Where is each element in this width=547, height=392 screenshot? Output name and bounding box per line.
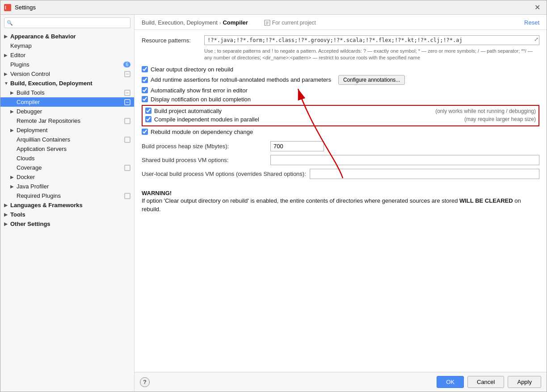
sidebar-item-build-tools[interactable]: ▶ Build Tools [0, 88, 134, 97]
expand-arrow: ▶ [4, 212, 10, 217]
apply-button[interactable]: Apply [508, 376, 541, 388]
vcs-icon [124, 71, 130, 77]
auto-show-error-label: Automatically show first error in editor [151, 87, 248, 94]
project-icon [264, 20, 270, 26]
sidebar-item-appearance[interactable]: ▶ Appearance & Behavior [0, 32, 134, 41]
resource-patterns-row: Resource patterns: ⤢ [142, 35, 539, 45]
sidebar-item-label: Deployment [17, 127, 47, 133]
auto-show-error-row: Automatically show first error in editor [142, 87, 539, 94]
resource-input-wrap: ⤢ [204, 35, 539, 45]
compile-parallel-label: Compile independent modules in parallel [154, 116, 259, 123]
highlighted-options-box: Build project automatically (only works … [142, 105, 539, 126]
main-content: Resource patterns: ⤢ Use ; to separate p… [135, 30, 547, 372]
sidebar-item-label: Debugger [17, 108, 42, 115]
sidebar-item-label: Languages & Frameworks [10, 202, 83, 209]
expand-arrow: ▼ [4, 81, 10, 86]
expand-arrow: ▶ [10, 184, 17, 189]
reset-button[interactable]: Reset [524, 19, 539, 26]
resource-patterns-input[interactable] [204, 35, 539, 45]
sidebar-item-editor[interactable]: ▶ Editor [0, 50, 134, 60]
build-tools-icon [124, 90, 130, 96]
settings-window: I Settings ✕ 🔍 ▶ Appearance & Behavior [0, 0, 547, 392]
display-notification-checkbox[interactable] [142, 96, 148, 102]
add-runtime-checkbox[interactable] [142, 77, 148, 83]
sidebar: 🔍 ▶ Appearance & Behavior Keymap ▶ Edito [0, 15, 135, 392]
expand-arrow: ▶ [10, 175, 17, 179]
help-button[interactable]: ? [140, 377, 150, 387]
build-auto-checkbox-row: Build project automatically [145, 108, 432, 114]
sidebar-item-build-execution[interactable]: ▼ Build, Execution, Deployment [0, 79, 134, 88]
expand-arrow: ▶ [10, 109, 17, 114]
breadcrumb-current: Compiler [223, 19, 248, 26]
sidebar-item-label: Java Profiler [17, 183, 49, 190]
breadcrumb-parent: Build, Execution, Deployment [142, 19, 218, 26]
compiler-icon [124, 99, 130, 105]
ok-button[interactable]: OK [437, 376, 464, 388]
warning-text: If option 'Clear output directory on reb… [142, 196, 539, 214]
sidebar-item-label: Build, Execution, Deployment [10, 80, 92, 87]
shared-vm-input[interactable] [270, 155, 539, 165]
rebuild-module-checkbox[interactable] [142, 129, 148, 135]
breadcrumb: Build, Execution, Deployment › Compiler [142, 19, 248, 26]
sidebar-item-required-plugins[interactable]: Required Plugins [0, 191, 134, 200]
sidebar-item-other-settings[interactable]: ▶ Other Settings [0, 219, 134, 229]
sidebar-item-keymap[interactable]: Keymap [0, 41, 134, 50]
remote-jar-icon [124, 118, 130, 124]
warning-title: WARNING! [142, 190, 539, 196]
svg-rect-11 [125, 193, 130, 199]
clear-output-checkbox[interactable] [142, 66, 148, 72]
plugins-badge: 6 [123, 62, 130, 67]
display-notification-label: Display notification on build completion [151, 96, 251, 103]
sidebar-tree: ▶ Appearance & Behavior Keymap ▶ Editor … [0, 31, 134, 392]
sidebar-item-label: Required Plugins [17, 192, 61, 199]
heap-size-row: Build process heap size (Mbytes): [142, 141, 539, 151]
expand-button[interactable]: ⤢ [534, 36, 539, 42]
add-runtime-row: Add runtime assertions for notnull-annot… [142, 75, 539, 85]
hint-text: Use ; to separate patterns and ! to nega… [204, 48, 539, 62]
sidebar-item-clouds[interactable]: Clouds [0, 154, 134, 163]
sidebar-item-coverage[interactable]: Coverage [0, 163, 134, 172]
add-runtime-label: Add runtime assertions for notnull-annot… [151, 76, 331, 83]
sidebar-item-label: Version Control [10, 71, 50, 77]
sidebar-item-languages[interactable]: ▶ Languages & Frameworks [0, 200, 134, 210]
app-icon: I [4, 4, 11, 11]
title-bar: I Settings ✕ [0, 0, 547, 15]
sidebar-item-remote-jar[interactable]: Remote Jar Repositories [0, 116, 134, 125]
build-auto-note: (only works while not running / debuggin… [435, 108, 536, 114]
breadcrumb-sep: › [219, 20, 221, 25]
warning-box: WARNING! If option 'Clear output directo… [142, 190, 539, 219]
rebuild-module-label: Rebuild module on dependency change [151, 129, 253, 135]
title-bar-left: I Settings [4, 4, 36, 11]
sidebar-item-version-control[interactable]: ▶ Version Control [0, 69, 134, 79]
sidebar-item-java-profiler[interactable]: ▶ Java Profiler [0, 182, 134, 191]
rebuild-module-row: Rebuild module on dependency change [142, 129, 539, 135]
bottom-right: OK Cancel Apply [437, 376, 541, 388]
expand-arrow: ▶ [10, 90, 17, 95]
auto-show-error-checkbox[interactable] [142, 87, 148, 93]
heap-size-input[interactable] [270, 141, 324, 151]
compile-parallel-checkbox[interactable] [145, 116, 151, 122]
sidebar-item-app-servers[interactable]: Application Servers [0, 144, 134, 154]
sidebar-item-compiler[interactable]: Compiler [0, 97, 134, 107]
search-box: 🔍 [4, 17, 130, 28]
user-vm-row: User-local build process VM options (ove… [142, 169, 539, 179]
sidebar-item-docker[interactable]: ▶ Docker [0, 172, 134, 182]
sidebar-item-deployment[interactable]: ▶ Deployment [0, 125, 134, 135]
heap-size-label: Build process heap size (Mbytes): [142, 143, 267, 150]
cancel-button[interactable]: Cancel [467, 376, 504, 388]
sidebar-item-arquillian[interactable]: Arquillian Containers [0, 135, 134, 144]
sidebar-item-debugger[interactable]: ▶ Debugger [0, 107, 134, 116]
expand-arrow: ▶ [4, 34, 10, 39]
configure-annotations-button[interactable]: Configure annotations... [338, 75, 405, 85]
sidebar-item-label: Clouds [17, 155, 34, 162]
window-title: Settings [15, 4, 36, 11]
sidebar-item-tools[interactable]: ▶ Tools [0, 210, 134, 219]
search-input[interactable] [4, 17, 130, 28]
expand-arrow: ▶ [4, 71, 10, 76]
user-vm-input[interactable] [310, 169, 539, 179]
bottom-bar: ? OK Cancel Apply [135, 372, 547, 392]
build-auto-label: Build project automatically [154, 108, 222, 114]
sidebar-item-plugins[interactable]: Plugins 6 [0, 60, 134, 69]
close-button[interactable]: ✕ [532, 2, 543, 13]
build-auto-checkbox[interactable] [145, 108, 151, 114]
